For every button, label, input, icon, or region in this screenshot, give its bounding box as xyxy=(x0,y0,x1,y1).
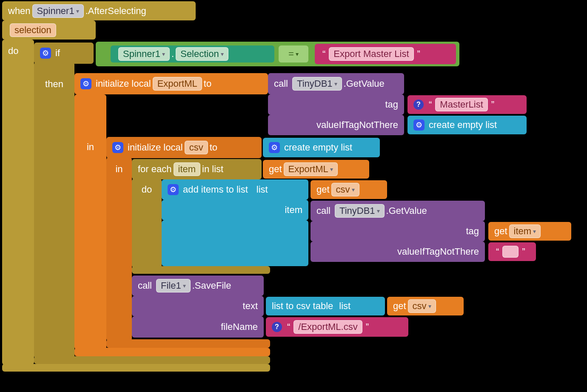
call-tinydb-getvalue-1[interactable]: call TinyDB1▾ .GetValue xyxy=(268,73,404,94)
add-items-item-row: item xyxy=(162,200,308,220)
help-icon[interactable]: ? xyxy=(413,99,424,110)
string-export-master-list[interactable]: “ Export Master List ” xyxy=(315,44,456,64)
foreach-var-item[interactable]: item xyxy=(174,162,201,176)
foreach-bottom xyxy=(132,266,270,274)
get-var-dropdown[interactable]: csv▾ xyxy=(408,299,436,313)
string-filename[interactable]: ? “ /ExportML.csv ” xyxy=(266,317,408,337)
then-label: then xyxy=(34,76,74,93)
init-local-word: initialize local xyxy=(96,78,151,89)
when-do-label: do xyxy=(2,40,34,365)
add-items-list-label: list xyxy=(256,184,268,195)
savefile-filename-row: fileName xyxy=(132,316,264,338)
gear-icon[interactable]: ⚙ xyxy=(80,78,91,89)
add-items-label: add items to list xyxy=(183,184,248,195)
in-label-1: in xyxy=(74,139,106,156)
init-local-exportml-body xyxy=(74,94,106,349)
property-component-dropdown[interactable]: Spinner1▾ xyxy=(118,47,170,61)
getvalue-method: .GetValue xyxy=(344,78,385,89)
get-word: get xyxy=(393,301,406,312)
get-csv-2[interactable]: get csv▾ xyxy=(387,297,464,315)
foreach-word: for each xyxy=(138,164,172,175)
when-bottom-cap xyxy=(2,364,270,372)
foreach-inlist: in list xyxy=(202,164,223,175)
gear-icon[interactable]: ⚙ xyxy=(112,142,123,153)
blockly-canvas: when Spinner1▾ .AfterSelecting selection… xyxy=(0,0,587,392)
when-params-row: selection xyxy=(2,20,96,40)
create-empty-list-1[interactable]: ⚙ create empty list xyxy=(407,116,527,134)
get-item[interactable]: get item▾ xyxy=(488,222,571,241)
call-word: call xyxy=(138,280,152,291)
in-label-2: in xyxy=(106,161,132,178)
init-local-var-exportml[interactable]: ExportML xyxy=(153,77,202,91)
get-exportml[interactable]: get ExportML▾ xyxy=(263,160,369,179)
property-name-dropdown[interactable]: Selection▾ xyxy=(176,47,228,61)
get-word: get xyxy=(269,164,282,175)
when-event: .AfterSelecting xyxy=(85,6,146,17)
call-file-savefile[interactable]: call File1▾ .SaveFile xyxy=(132,276,264,296)
add-items-body-fill xyxy=(162,220,308,266)
string-literal xyxy=(502,246,519,258)
when-component-dropdown[interactable]: Spinner1▾ xyxy=(32,4,84,18)
init-local-csv-header[interactable]: ⚙ initialize local csv to xyxy=(106,137,262,158)
file1-dropdown[interactable]: File1▾ xyxy=(156,279,191,293)
list-to-csv-list-label: list xyxy=(339,301,350,312)
get-word: get xyxy=(316,184,330,195)
savefile-text-row: text xyxy=(132,296,264,316)
init-local-to: to xyxy=(210,142,217,153)
list-to-csv-table[interactable]: list to csv table list xyxy=(266,297,385,315)
create-empty-list-label: create empty list xyxy=(284,142,352,153)
call-word: call xyxy=(274,78,288,89)
init-local-exportml-header[interactable]: ⚙ initialize local ExportML to xyxy=(74,73,268,94)
tinydb-dropdown[interactable]: TinyDB1▾ xyxy=(335,204,385,218)
string-literal: MasterList xyxy=(435,98,487,111)
string-masterlist[interactable]: ? “ MasterList ” xyxy=(407,95,527,114)
get-word: get xyxy=(494,226,507,237)
getvalue2-tag-row: tag xyxy=(311,221,485,241)
get-var-dropdown[interactable]: csv▾ xyxy=(331,183,359,196)
tinydb-dropdown[interactable]: TinyDB1▾ xyxy=(292,77,342,91)
string-empty[interactable]: “ ” xyxy=(488,242,536,261)
init-local-exportml-bottom xyxy=(74,348,270,356)
gear-icon[interactable]: ⚙ xyxy=(413,119,425,131)
call-tinydb-getvalue-2[interactable]: call TinyDB1▾ .GetValue xyxy=(311,201,485,221)
when-block[interactable]: when Spinner1▾ .AfterSelecting xyxy=(2,1,196,20)
getvalue2-vnt-row: valueIfTagNotThere xyxy=(311,241,485,262)
add-items-to-list-header[interactable]: ⚙ add items to list list xyxy=(162,179,308,200)
init-local-csv-body xyxy=(106,157,132,341)
string-literal: Export Master List xyxy=(329,47,413,61)
get-csv[interactable]: get csv▾ xyxy=(311,180,387,199)
init-local-to: to xyxy=(204,78,211,89)
gear-icon[interactable]: ⚙ xyxy=(168,184,179,195)
savefile-method: .SaveFile xyxy=(192,280,231,291)
when-keyword: when xyxy=(8,6,31,17)
init-local-var-csv[interactable]: csv xyxy=(185,141,208,154)
gear-icon[interactable]: ⚙ xyxy=(40,48,51,59)
foreach-header[interactable]: for each item in list xyxy=(132,159,262,179)
equals-operator[interactable]: =▾ xyxy=(279,45,308,62)
create-empty-list-2[interactable]: ⚙ create empty list xyxy=(263,138,380,157)
init-local-word: initialize local xyxy=(128,142,183,153)
property-dot: . xyxy=(171,48,174,60)
get-var-dropdown[interactable]: ExportML▾ xyxy=(284,162,338,176)
gear-icon[interactable]: ⚙ xyxy=(269,142,280,153)
getvalue1-tag-row: tag xyxy=(268,94,404,115)
help-icon[interactable]: ? xyxy=(272,322,282,332)
when-param-selection[interactable]: selection xyxy=(10,23,56,37)
init-local-csv-bottom xyxy=(106,339,270,348)
create-empty-list-label: create empty list xyxy=(429,119,497,131)
foreach-do-label: do xyxy=(132,180,162,199)
if-block-body xyxy=(34,62,74,358)
getvalue-method: .GetValue xyxy=(386,205,427,216)
if-block-header[interactable]: ⚙ if xyxy=(34,43,94,64)
property-get-block[interactable]: Spinner1▾ . Selection▾ xyxy=(111,45,274,62)
if-keyword: if xyxy=(55,48,60,59)
if-bottom-cap xyxy=(34,356,270,364)
call-word: call xyxy=(316,205,331,216)
get-var-dropdown[interactable]: item▾ xyxy=(509,224,541,238)
string-literal: /ExportML.csv xyxy=(294,320,362,334)
getvalue1-vnt-row: valueIfTagNotThere xyxy=(268,115,404,135)
list-to-csv-label: list to csv table xyxy=(272,301,333,312)
